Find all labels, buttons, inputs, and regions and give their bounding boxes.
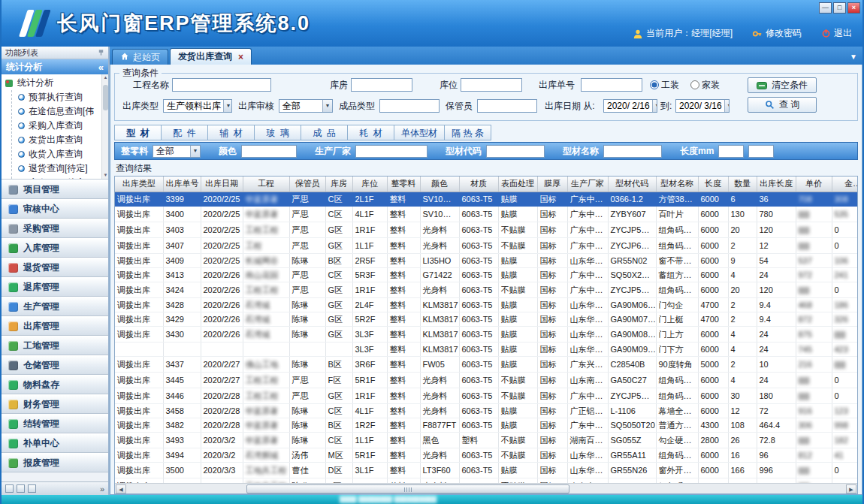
material-tab[interactable]: 耗 材	[347, 125, 394, 140]
statistics-section-header[interactable]: 统计分析 «	[2, 59, 108, 74]
tree-item[interactable]: 预算执行查询	[12, 90, 108, 104]
minimize-button[interactable]: —	[819, 2, 832, 14]
mini-tool-icon[interactable]	[28, 484, 36, 493]
column-header[interactable]: 金…	[832, 177, 857, 192]
tree-item[interactable]: 收货入库查询	[12, 147, 108, 161]
tab-active[interactable]: 发货出库查询×	[170, 48, 252, 65]
tree-item[interactable]: 库存管理[待定]	[12, 176, 108, 180]
scroll-down-icon[interactable]: ▼	[102, 172, 108, 179]
project-name-input[interactable]	[172, 78, 271, 92]
sidebar-item-warehouse[interactable]: 仓储管理	[2, 355, 108, 375]
product-type-input[interactable]	[379, 99, 440, 113]
table-row[interactable]: 3L3F整料KLM38176063-T5贴膜国标山东华…GA90M09…门下方6…	[115, 342, 857, 356]
warehouse-input[interactable]	[351, 78, 412, 92]
material-tab[interactable]: 配 件	[161, 125, 207, 140]
column-header[interactable]: 生产厂家	[567, 177, 608, 192]
profile-code-input[interactable]	[486, 145, 545, 158]
mini-tool-icon[interactable]	[17, 484, 25, 493]
table-row[interactable]: 调拨出库34072020/2/25工程严思G区1L1F整料光身料6063-T5不…	[115, 237, 857, 253]
table-row[interactable]: 调拨出库34822020/2/28华蓝原著陈琳B区1R2F整料F8877FT60…	[115, 418, 857, 432]
table-row[interactable]: 调拨出库34092020/2/25长城网谷陈琳B区2R5F整料LI35HO606…	[115, 253, 857, 267]
tree-item[interactable]: 发货出库查询	[12, 133, 108, 147]
table-row[interactable]: 调拨出库34462020/2/28工程工程严思G区1R1F整料光身料6063-T…	[115, 388, 857, 403]
sidebar-item-finance[interactable]: 财务管理	[2, 394, 108, 414]
table-row[interactable]: 调拨出库33992020/2/25华蓝原著严思C区2L1F整料SV10…6063…	[115, 192, 857, 206]
clear-conditions-button[interactable]: 清空条件	[748, 77, 817, 93]
sidebar-item-supplement[interactable]: 补单中心	[2, 433, 108, 453]
material-tab[interactable]: 单体型材	[394, 125, 444, 140]
column-header[interactable]: 库位	[352, 177, 387, 192]
column-header[interactable]: 型材名称	[656, 177, 698, 192]
tab-start[interactable]: 起始页	[112, 49, 168, 65]
more-tools-icon[interactable]: »	[100, 484, 104, 493]
column-header[interactable]: 表面处理	[498, 177, 537, 192]
scroll-up-icon[interactable]: ▲	[102, 74, 108, 81]
change-password-button[interactable]: 修改密码	[752, 27, 802, 40]
column-header[interactable]: 数量	[728, 177, 757, 192]
table-row[interactable]: 调拨出库34002020/2/25华蓝原著严思C区4L1F整料SV10…6063…	[115, 206, 857, 222]
sidebar-item-carryover[interactable]: 结转管理	[2, 414, 108, 433]
table-row[interactable]: 调拨出库35102020/3/4工地共工程陈琳F区5R1F整料光身料6063-T…	[115, 478, 857, 483]
scrollbar-thumb[interactable]	[246, 484, 569, 493]
material-tab[interactable]: 成 品	[301, 125, 347, 140]
mini-tool-icon[interactable]	[5, 484, 14, 493]
tab-list-dropdown-icon[interactable]: ▼	[850, 53, 857, 61]
out-type-select[interactable]: 生产领料出库▼	[163, 99, 232, 113]
keeper-input[interactable]	[477, 99, 537, 113]
table-row[interactable]: 调拨出库34302020/2/26石湾城陈琳G区3L3F整料KLM3817606…	[115, 326, 857, 342]
gongzhuang-radio[interactable]	[650, 80, 659, 89]
sidebar-item-production[interactable]: 生产管理	[2, 297, 108, 316]
table-row[interactable]: 调拨出库34132020/2/26南山花园严思C区5R3F整料G71422606…	[115, 267, 857, 282]
sidebar-item-return-goods[interactable]: 退货管理	[2, 258, 108, 277]
sidebar-item-outbound[interactable]: 出库管理	[2, 316, 108, 336]
order-no-input[interactable]	[581, 78, 642, 92]
sidebar-item-site[interactable]: 工地管理	[2, 336, 108, 355]
table-row[interactable]: 调拨出库34372020/2/27佛山工地陈琳B区3R6F整料FW056063-…	[115, 356, 857, 372]
logout-button[interactable]: 退出	[821, 27, 852, 40]
radio-jiazhuang[interactable]: 家装	[690, 78, 720, 92]
horizontal-scrollbar[interactable]: ◀ ▶	[115, 483, 857, 493]
jiazhuang-radio[interactable]	[690, 80, 699, 89]
table-row[interactable]: 调拨出库34582020/2/28华蓝原著陈琳C区4L1F整料光身料6063-T…	[115, 403, 857, 418]
audit-select[interactable]: 全部▼	[279, 99, 333, 113]
scrollbar-track[interactable]	[126, 484, 846, 493]
sidebar-item-audit[interactable]: 审核中心	[2, 199, 108, 219]
search-button[interactable]: 查 询	[748, 97, 817, 113]
column-header[interactable]: 单价	[796, 177, 832, 192]
scrollbar-thumb[interactable]	[103, 85, 108, 110]
material-tab[interactable]: 玻 璃	[254, 125, 301, 140]
scroll-left-icon[interactable]: ◀	[116, 484, 126, 493]
column-header[interactable]: 材质	[459, 177, 498, 192]
maker-input[interactable]	[355, 145, 427, 158]
color-input[interactable]	[241, 145, 297, 158]
date-from-picker[interactable]: 2020/ 2/16▼	[603, 99, 657, 113]
column-header[interactable]: 型材代码	[608, 177, 656, 192]
column-header[interactable]: 颜色	[420, 177, 459, 192]
sidebar-item-return-stock[interactable]: 退库管理	[2, 277, 108, 297]
length-min-input[interactable]	[718, 145, 744, 158]
column-header[interactable]: 库房	[325, 177, 352, 192]
sidebar-item-scrap[interactable]: 报废管理	[2, 453, 108, 472]
tree-root-statistics[interactable]: 统计分析	[2, 76, 108, 90]
collapse-icon[interactable]: «	[98, 62, 104, 73]
column-header[interactable]: 出库日期	[201, 177, 243, 192]
date-to-picker[interactable]: 2020/ 3/16▼	[675, 99, 730, 113]
material-tab[interactable]: 型 材	[114, 125, 161, 140]
material-tab[interactable]: 辅 材	[207, 125, 254, 140]
close-button[interactable]: ×	[847, 2, 860, 14]
tree-item[interactable]: 采购入库查询	[12, 119, 108, 133]
sidebar-item-project[interactable]: 项目管理	[2, 180, 108, 199]
column-header[interactable]: 出库单号	[163, 177, 201, 192]
tree-scrollbar[interactable]: ▲ ▼	[101, 74, 108, 179]
table-row[interactable]: 调拨出库34942020/3/2石湾辉城汤伟M区5R1F整料光身料6063-T5…	[115, 448, 857, 462]
tab-close-icon[interactable]: ×	[238, 52, 243, 62]
radio-gongzhuang[interactable]: 工装	[650, 78, 679, 92]
location-input[interactable]	[461, 78, 522, 92]
sidebar-item-purchase[interactable]: 采购管理	[2, 219, 108, 238]
length-max-input[interactable]	[748, 145, 774, 158]
table-row[interactable]: 调拨出库34282020/2/26石湾城陈琳G区2L4F整料KLM3817606…	[115, 297, 857, 312]
table-row[interactable]: 调拨出库34242020/2/26工程工程严思G区1R1F整料光身料6063-T…	[115, 282, 857, 297]
tree-item[interactable]: 在途信息查询[伟	[12, 104, 108, 119]
maximize-button[interactable]: □	[833, 2, 846, 14]
sidebar-item-inventory[interactable]: 物料盘存	[2, 375, 108, 394]
